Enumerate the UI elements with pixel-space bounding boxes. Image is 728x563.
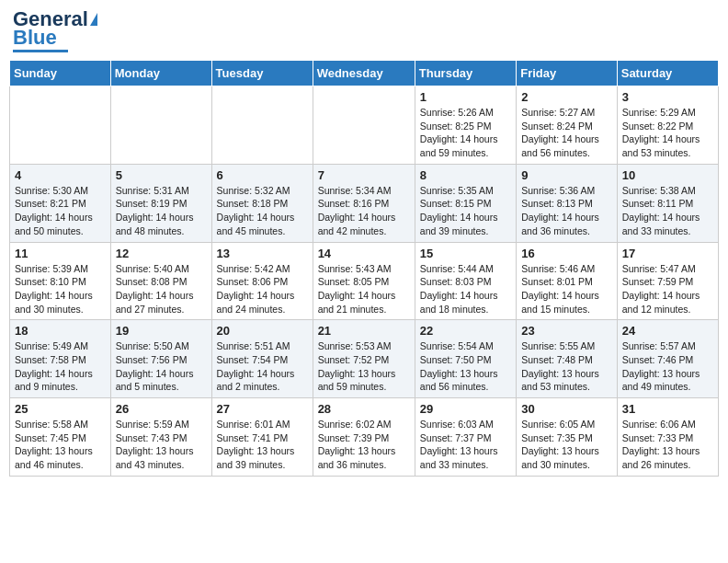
calendar-cell bbox=[313, 86, 415, 165]
day-number: 4 bbox=[15, 168, 106, 182]
cell-info-line: and 43 minutes. bbox=[116, 458, 207, 472]
cell-info-line: Daylight: 13 hours bbox=[521, 444, 612, 458]
cell-info-line: Daylight: 14 hours bbox=[521, 289, 612, 303]
cell-info-line: and 27 minutes. bbox=[116, 303, 207, 316]
calendar-cell: 3Sunrise: 5:29 AMSunset: 8:22 PMDaylight… bbox=[617, 86, 718, 165]
cell-info-line: Sunset: 8:13 PM bbox=[521, 197, 612, 211]
cell-info-line: Sunset: 8:10 PM bbox=[15, 275, 106, 289]
calendar-cell: 11Sunrise: 5:39 AMSunset: 8:10 PMDayligh… bbox=[10, 242, 111, 320]
cell-info-line: Daylight: 14 hours bbox=[318, 211, 410, 224]
cell-info-line: Sunset: 7:45 PM bbox=[15, 431, 106, 445]
day-number: 10 bbox=[622, 168, 713, 182]
cell-info-line: and 36 minutes. bbox=[521, 224, 612, 238]
cell-info-line: Daylight: 14 hours bbox=[15, 367, 106, 381]
cell-info-line: Sunrise: 6:03 AM bbox=[420, 418, 511, 431]
cell-info-line: and 59 minutes. bbox=[420, 146, 511, 160]
day-number: 9 bbox=[521, 168, 612, 182]
day-number: 17 bbox=[622, 247, 713, 260]
cell-info-line: Daylight: 14 hours bbox=[318, 289, 410, 303]
calendar-week-4: 18Sunrise: 5:49 AMSunset: 7:58 PMDayligh… bbox=[10, 320, 719, 398]
calendar-week-1: 1Sunrise: 5:26 AMSunset: 8:25 PMDaylight… bbox=[10, 86, 719, 165]
cell-info-line: Daylight: 13 hours bbox=[318, 444, 410, 458]
cell-info-line: Sunset: 7:59 PM bbox=[622, 275, 713, 289]
calendar-cell: 18Sunrise: 5:49 AMSunset: 7:58 PMDayligh… bbox=[10, 320, 111, 398]
cell-info-line: and 30 minutes. bbox=[521, 458, 612, 472]
day-number: 22 bbox=[420, 324, 511, 338]
col-header-wednesday: Wednesday bbox=[313, 61, 415, 86]
cell-info-line: Daylight: 14 hours bbox=[15, 211, 106, 224]
cell-info-line: and 49 minutes. bbox=[622, 380, 713, 394]
day-number: 11 bbox=[15, 247, 106, 260]
cell-info-line: Sunset: 7:43 PM bbox=[116, 431, 207, 445]
day-number: 6 bbox=[217, 168, 308, 182]
cell-info-line: Sunrise: 5:38 AM bbox=[622, 184, 713, 198]
calendar-cell: 24Sunrise: 5:57 AMSunset: 7:46 PMDayligh… bbox=[617, 320, 718, 398]
col-header-tuesday: Tuesday bbox=[211, 61, 313, 86]
calendar-cell: 28Sunrise: 6:02 AMSunset: 7:39 PMDayligh… bbox=[313, 398, 415, 477]
cell-info-line: Sunrise: 6:05 AM bbox=[521, 418, 612, 431]
col-header-saturday: Saturday bbox=[617, 61, 718, 86]
cell-info-line: Sunrise: 5:46 AM bbox=[521, 262, 612, 276]
cell-info-line: Sunrise: 6:02 AM bbox=[318, 418, 410, 431]
day-number: 2 bbox=[521, 90, 612, 104]
cell-info-line: and 33 minutes. bbox=[420, 458, 511, 472]
calendar-cell: 12Sunrise: 5:40 AMSunset: 8:08 PMDayligh… bbox=[110, 242, 211, 320]
cell-info-line: Sunrise: 5:54 AM bbox=[420, 339, 511, 353]
calendar-cell: 17Sunrise: 5:47 AMSunset: 7:59 PMDayligh… bbox=[617, 242, 718, 320]
cell-info-line: and 36 minutes. bbox=[318, 458, 410, 472]
cell-info-line: Daylight: 14 hours bbox=[217, 289, 308, 303]
cell-info-line: Sunset: 8:03 PM bbox=[420, 275, 511, 289]
cell-info-line: and 5 minutes. bbox=[116, 380, 207, 394]
cell-info-line: Sunrise: 5:49 AM bbox=[15, 339, 106, 353]
cell-info-line: Sunset: 7:35 PM bbox=[521, 431, 612, 445]
cell-info-line: Sunrise: 5:39 AM bbox=[15, 262, 106, 276]
calendar-cell: 22Sunrise: 5:54 AMSunset: 7:50 PMDayligh… bbox=[415, 320, 516, 398]
cell-info-line: and 59 minutes. bbox=[318, 380, 410, 394]
calendar-cell: 2Sunrise: 5:27 AMSunset: 8:24 PMDaylight… bbox=[517, 86, 618, 165]
cell-info-line: Sunrise: 5:50 AM bbox=[116, 339, 207, 353]
logo: General Blue bbox=[13, 9, 97, 52]
cell-info-line: Sunset: 8:11 PM bbox=[622, 197, 713, 211]
cell-info-line: Daylight: 13 hours bbox=[622, 444, 713, 458]
calendar-cell: 29Sunrise: 6:03 AMSunset: 7:37 PMDayligh… bbox=[415, 398, 516, 477]
page-header: General Blue bbox=[9, 9, 719, 52]
cell-info-line: Daylight: 14 hours bbox=[420, 132, 511, 146]
cell-info-line: Sunset: 8:01 PM bbox=[521, 275, 612, 289]
calendar-cell: 16Sunrise: 5:46 AMSunset: 8:01 PMDayligh… bbox=[517, 242, 618, 320]
cell-info-line: Sunrise: 5:47 AM bbox=[622, 262, 713, 276]
day-number: 31 bbox=[622, 402, 713, 416]
cell-info-line: and 53 minutes. bbox=[622, 146, 713, 160]
cell-info-line: Sunset: 7:48 PM bbox=[521, 353, 612, 367]
cell-info-line: Sunrise: 5:31 AM bbox=[116, 184, 207, 198]
day-number: 27 bbox=[217, 402, 308, 416]
logo-underline bbox=[13, 50, 68, 52]
cell-info-line: Daylight: 13 hours bbox=[116, 444, 207, 458]
cell-info-line: Sunrise: 6:01 AM bbox=[217, 418, 308, 431]
calendar-week-2: 4Sunrise: 5:30 AMSunset: 8:21 PMDaylight… bbox=[10, 164, 719, 242]
day-number: 21 bbox=[318, 324, 410, 338]
cell-info-line: Daylight: 14 hours bbox=[15, 289, 106, 303]
cell-info-line: Sunset: 8:24 PM bbox=[521, 120, 612, 133]
cell-info-line: Sunrise: 5:34 AM bbox=[318, 184, 410, 198]
day-number: 20 bbox=[217, 324, 308, 338]
calendar-cell: 14Sunrise: 5:43 AMSunset: 8:05 PMDayligh… bbox=[313, 242, 415, 320]
cell-info-line: Daylight: 14 hours bbox=[420, 289, 511, 303]
cell-info-line: Sunrise: 5:59 AM bbox=[116, 418, 207, 431]
cell-info-line: Sunset: 7:41 PM bbox=[217, 431, 308, 445]
day-number: 28 bbox=[318, 402, 410, 416]
cell-info-line: Sunset: 8:06 PM bbox=[217, 275, 308, 289]
cell-info-line: Sunrise: 5:57 AM bbox=[622, 339, 713, 353]
cell-info-line: Sunrise: 5:36 AM bbox=[521, 184, 612, 198]
cell-info-line: Daylight: 13 hours bbox=[420, 367, 511, 381]
col-header-sunday: Sunday bbox=[10, 61, 111, 86]
day-number: 15 bbox=[420, 247, 511, 260]
cell-info-line: Sunset: 7:33 PM bbox=[622, 431, 713, 445]
cell-info-line: Daylight: 14 hours bbox=[622, 132, 713, 146]
cell-info-line: and 21 minutes. bbox=[318, 303, 410, 316]
calendar-cell: 5Sunrise: 5:31 AMSunset: 8:19 PMDaylight… bbox=[110, 164, 211, 242]
cell-info-line: Sunset: 7:56 PM bbox=[116, 353, 207, 367]
col-header-thursday: Thursday bbox=[415, 61, 516, 86]
calendar-cell bbox=[110, 86, 211, 165]
calendar-cell: 4Sunrise: 5:30 AMSunset: 8:21 PMDaylight… bbox=[10, 164, 111, 242]
calendar-cell bbox=[211, 86, 313, 165]
